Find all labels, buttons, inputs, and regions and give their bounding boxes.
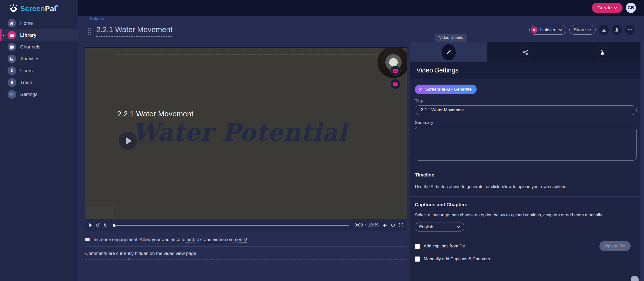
divider: [410, 238, 640, 238]
manual-captions-checkbox[interactable]: [415, 257, 420, 262]
current-time: 0:00: [354, 223, 363, 228]
video-viewport[interactable]: 2.2.1 Water Movement Water Potential: [85, 48, 407, 219]
time-display: 0:00 / 19:39: [354, 223, 379, 228]
trash-icon: [8, 78, 16, 87]
volume-button[interactable]: [382, 223, 387, 227]
sidebar-item-users[interactable]: Users: [0, 65, 78, 76]
engagement-row: Increase engagement! Allow your audience…: [85, 237, 407, 242]
player-settings-button[interactable]: ⚙: [391, 223, 395, 228]
language-select[interactable]: English: [415, 222, 464, 232]
pencil-icon: [442, 44, 456, 60]
forward-button[interactable]: ↻: [104, 223, 108, 228]
share-dropdown[interactable]: Share: [569, 25, 596, 35]
seek-bar[interactable]: [113, 225, 350, 226]
privacy-label: Unlisted: [540, 27, 557, 33]
upload-file-label: Upload file: [605, 244, 625, 249]
sidebar-item-label: Users: [20, 68, 33, 73]
sidebar-item-channels[interactable]: Channels: [0, 41, 78, 53]
sidebar-item-library[interactable]: › Library: [0, 29, 78, 41]
chevron-down-icon: [588, 29, 591, 31]
privacy-dropdown[interactable]: Unlisted: [529, 25, 566, 35]
summary-textarea[interactable]: [415, 127, 637, 161]
sidebar-item-label: Analytics: [20, 56, 39, 62]
divider: [410, 196, 640, 197]
sidebar-item-trash[interactable]: Trash: [0, 76, 78, 88]
analytics-button[interactable]: [599, 25, 609, 35]
page-title[interactable]: 2.2.1 Water Movement: [96, 25, 172, 37]
channels-icon: [8, 43, 16, 51]
ellipsis-icon: [627, 27, 632, 32]
sidebar-item-settings[interactable]: ⚙ Settings: [0, 88, 78, 100]
gear-icon: ⚙: [8, 90, 16, 99]
home-icon: [8, 19, 16, 28]
edit-thumbnail-button[interactable]: [390, 66, 401, 76]
fullscreen-button[interactable]: [399, 223, 403, 227]
rewind-button[interactable]: ↺: [96, 223, 100, 228]
language-selected-value: English: [419, 224, 433, 229]
sidebar-item-analytics[interactable]: Analytics: [0, 53, 78, 65]
comments-hidden-note: Comments are currently hidden on the vid…: [85, 251, 407, 256]
user-icon: [8, 66, 16, 75]
sidebar-nav: Home › Library Channels Analytics Users: [0, 17, 78, 100]
screenpal-logo-icon: [9, 4, 18, 13]
scrollbar-track[interactable]: [640, 42, 644, 281]
create-button-label: Create: [597, 5, 612, 11]
user-avatar[interactable]: CB: [626, 3, 636, 13]
sidebar-item-label: Channels: [20, 44, 40, 50]
comment-bubble-icon: [85, 238, 90, 242]
divider: [410, 167, 640, 167]
watermark-ring: [394, 210, 404, 219]
play-overlay-button[interactable]: [119, 132, 137, 150]
add-comments-link[interactable]: add text and video comments!: [187, 237, 247, 242]
video-details-tooltip: Video Details: [435, 34, 467, 42]
edit-video-button[interactable]: [390, 79, 401, 89]
add-captions-checkbox[interactable]: [415, 244, 420, 249]
add-captions-label: Add captions from file: [424, 244, 465, 249]
timeline-heading: Timeline: [415, 172, 434, 178]
library-folder-icon: [8, 31, 16, 39]
more-options-button[interactable]: [625, 25, 635, 35]
analytics-icon: [8, 55, 16, 63]
chevron-down-icon: [614, 7, 617, 9]
manual-captions-row: Manually add Captions & Chapters: [415, 257, 490, 262]
link-icon: [531, 27, 538, 33]
chevron-down-icon: [559, 29, 562, 31]
panel-heading: Video Settings: [410, 62, 640, 79]
play-icon: [126, 137, 132, 145]
drag-handle[interactable]: [88, 28, 91, 35]
magic-wand-icon: [418, 87, 423, 92]
panel-body: ScreenPal AI - Generate Title Summary Ti…: [410, 79, 640, 281]
pencil-icon: [127, 258, 130, 261]
upload-file-button[interactable]: Upload file: [599, 241, 631, 251]
sidebar-item-label: Home: [20, 20, 33, 26]
sidebar-item-home[interactable]: Home: [0, 17, 78, 29]
seek-knob[interactable]: [113, 224, 115, 227]
screenpal-logo[interactable]: ScreenPal®: [0, 0, 78, 13]
tab-video-details[interactable]: [410, 42, 487, 62]
tab-interactions[interactable]: [564, 42, 640, 62]
video-column: 2.2.1 Water Movement Water Potential: [85, 47, 407, 260]
breadcrumb-folders[interactable]: Folders: [90, 16, 104, 21]
play-button[interactable]: [89, 223, 92, 227]
video-edit-icon: [393, 82, 398, 87]
captions-description: Select a language then choose an option …: [415, 213, 635, 218]
screenpal-ai-generate-button[interactable]: ScreenPal AI - Generate: [415, 85, 477, 94]
manual-captions-label: Manually add Captions & Chapters: [424, 257, 490, 262]
chevron-right-icon: ›: [3, 33, 4, 38]
top-bar: Create CB: [78, 0, 644, 16]
duration: 19:39: [368, 223, 379, 228]
image-icon: [393, 69, 398, 73]
share-label: Share: [574, 27, 586, 33]
add-captions-row: Add captions from file: [415, 244, 465, 249]
create-button[interactable]: Create: [592, 3, 623, 13]
tab-share-options[interactable]: [487, 42, 564, 62]
title-input[interactable]: [415, 105, 637, 115]
avatar-initials: CB: [628, 5, 634, 11]
sidebar-item-label: Trash: [20, 80, 32, 85]
divider: [85, 246, 407, 247]
chart-icon: [601, 27, 606, 32]
description-edit-area[interactable]: [85, 259, 407, 260]
video-player: 2.2.1 Water Movement Water Potential: [85, 47, 407, 231]
viewers-button[interactable]: [612, 25, 622, 35]
timeline-description: Use the AI button above to generate, or …: [415, 184, 635, 189]
